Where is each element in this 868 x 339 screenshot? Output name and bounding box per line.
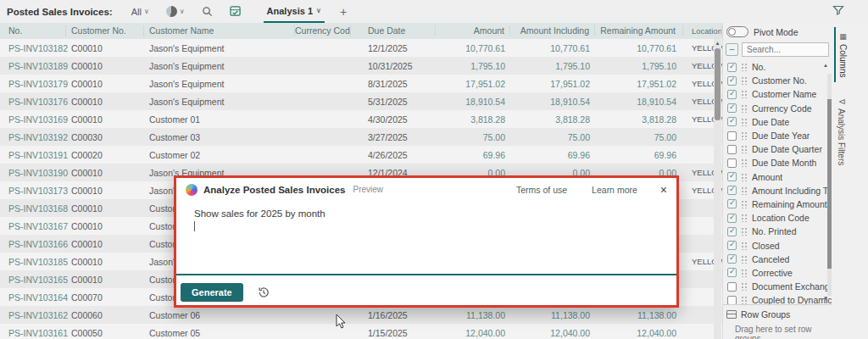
add-analysis-tab-button[interactable]: + [340, 5, 347, 19]
field-list-item[interactable]: Due Date Month [723, 156, 832, 170]
prompt-history-icon[interactable] [257, 286, 270, 299]
invoice-no-link[interactable]: PS-INV103185 [0, 257, 66, 267]
field-checkbox[interactable] [727, 199, 737, 208]
drag-handle-icon[interactable] [741, 214, 748, 222]
tab-columns[interactable]: ▦ Columns [834, 27, 850, 82]
field-checkbox[interactable] [727, 76, 737, 86]
field-checkbox[interactable] [727, 254, 737, 264]
drag-handle-icon[interactable] [741, 296, 748, 304]
drag-handle-icon[interactable] [741, 104, 748, 113]
field-checkbox[interactable] [727, 117, 737, 126]
analysis-mode-toggle-button[interactable] [230, 6, 242, 17]
invoice-no-link[interactable]: PS-INV103176 [0, 97, 66, 107]
prompt-input[interactable]: Show sales for 2025 by month [176, 201, 676, 275]
drag-handle-icon[interactable] [741, 242, 748, 250]
drag-handle-icon[interactable] [741, 269, 748, 277]
invoice-no-link[interactable]: PS-INV103167 [0, 221, 66, 231]
pivot-mode-toggle[interactable] [726, 26, 748, 37]
invoice-no-link[interactable]: PS-INV103189 [0, 61, 66, 71]
field-checkbox[interactable] [727, 214, 737, 223]
column-header[interactable]: Customer Name [144, 25, 295, 36]
drag-handle-icon[interactable] [741, 76, 748, 85]
row-groups-hint[interactable]: Drag here to set row groups [735, 325, 832, 339]
tab-analysis-filters[interactable]: ∇ Analysis Filters [834, 94, 849, 170]
column-header[interactable]: Location C [683, 25, 722, 36]
field-list-item[interactable]: Closed [723, 238, 832, 252]
list-scroll-up-icon[interactable]: ▲ [823, 63, 828, 68]
field-checkbox[interactable] [727, 268, 737, 277]
invoice-no-link[interactable]: PS-INV103179 [0, 79, 66, 89]
drag-handle-icon[interactable] [741, 118, 748, 126]
column-search-input[interactable] [742, 42, 829, 57]
generate-button[interactable]: Generate [181, 283, 243, 302]
table-row[interactable]: PS-INV103191 C00020 Customer 02 4/26/202… [0, 146, 722, 164]
drag-handle-icon[interactable] [741, 173, 748, 181]
field-list-item[interactable]: Currency Code [723, 102, 832, 115]
field-checkbox[interactable] [727, 103, 737, 113]
learn-more-link[interactable]: Learn more [592, 185, 637, 195]
field-checkbox[interactable] [727, 282, 737, 292]
field-list-item[interactable]: Due Date Year [723, 129, 832, 142]
drag-handle-icon[interactable] [741, 200, 748, 208]
table-row[interactable]: PS-INV103179 C00010 Jason's Equipment 8/… [0, 75, 722, 92]
field-checkbox[interactable] [727, 241, 737, 250]
table-row[interactable]: PS-INV103189 C00010 Jason's Equipment 10… [0, 57, 722, 75]
table-row[interactable]: PS-INV103162 C00060 Customer 06 1/16/202… [0, 306, 722, 324]
field-list-item[interactable]: Canceled [723, 253, 832, 266]
close-icon[interactable]: × [660, 183, 667, 197]
field-checkbox[interactable] [727, 186, 737, 195]
filter-button[interactable] [832, 4, 844, 19]
view-filter-dropdown[interactable]: All ∨ [131, 7, 149, 17]
field-list-item[interactable]: Due Date Quarter [723, 142, 832, 156]
column-header[interactable]: No. [0, 25, 66, 36]
field-list-item[interactable]: Document Exchange ... [723, 280, 832, 293]
field-list-item[interactable]: Amount [723, 170, 832, 184]
column-header[interactable]: Amount [436, 25, 510, 36]
field-list-item[interactable]: Coupled to Dynamics [723, 293, 832, 304]
field-list-item[interactable]: Location Code [723, 211, 832, 225]
table-row[interactable]: PS-INV103161 C00050 Customer 05 1/15/202… [0, 324, 722, 339]
column-header[interactable]: Amount Including [510, 25, 595, 36]
invoice-no-link[interactable]: PS-INV103173 [0, 186, 66, 196]
field-checkbox[interactable] [727, 172, 737, 181]
scrollbar-thumb[interactable] [827, 99, 832, 269]
scroll-up-icon[interactable]: ▲ [714, 39, 721, 47]
column-header[interactable]: Currency Code [295, 25, 351, 36]
field-checkbox[interactable] [727, 227, 737, 236]
table-row[interactable]: PS-INV103169 C00010 Customer 01 4/30/202… [0, 110, 722, 128]
table-row[interactable]: PS-INV103192 C00030 Customer 03 3/27/202… [0, 128, 722, 146]
invoice-no-link[interactable]: PS-INV103182 [0, 43, 66, 53]
invoice-no-link[interactable]: PS-INV103192 [0, 132, 66, 142]
field-list-scrollbar[interactable] [827, 74, 832, 296]
field-checkbox[interactable] [727, 145, 737, 154]
field-list-item[interactable]: No. [723, 60, 832, 74]
drag-handle-icon[interactable] [741, 255, 748, 264]
field-checkbox[interactable] [727, 296, 737, 304]
field-list-item[interactable]: Due Date [723, 115, 832, 129]
field-checkbox[interactable] [727, 131, 737, 141]
invoice-no-link[interactable]: PS-INV103190 [0, 168, 66, 178]
field-checkbox[interactable] [727, 63, 737, 72]
scrollbar-thumb[interactable] [715, 48, 721, 120]
terms-of-use-link[interactable]: Terms of use [516, 185, 567, 195]
invoice-no-link[interactable]: PS-INV103168 [0, 203, 66, 214]
tab-analysis-1[interactable]: Analysis 1 ∨ [264, 0, 325, 23]
invoice-no-link[interactable]: PS-INV103166 [0, 239, 66, 249]
collapse-all-button[interactable]: − [726, 43, 738, 56]
field-checkbox[interactable] [727, 90, 737, 99]
table-row[interactable]: PS-INV103182 C00010 Jason's Equipment 12… [0, 39, 722, 57]
table-scrollbar[interactable]: ▲ [714, 39, 721, 339]
analyze-menu-button[interactable]: ∨ [166, 6, 185, 17]
drag-handle-icon[interactable] [741, 282, 748, 291]
column-header[interactable]: Due Date [351, 25, 436, 36]
table-row[interactable]: PS-INV103176 C00010 Jason's Equipment 5/… [0, 92, 722, 110]
invoice-no-link[interactable]: PS-INV103162 [0, 310, 66, 320]
field-list-item[interactable]: No. Printed [723, 225, 832, 238]
drag-handle-icon[interactable] [741, 131, 748, 140]
invoice-no-link[interactable]: PS-INV103169 [0, 114, 66, 125]
field-list-item[interactable]: Customer Name [723, 87, 832, 101]
field-checkbox[interactable] [727, 158, 737, 168]
field-list-item[interactable]: Customer No. [723, 74, 832, 87]
column-header[interactable]: Customer No. [66, 25, 144, 36]
invoice-no-link[interactable]: PS-INV103164 [0, 292, 66, 303]
